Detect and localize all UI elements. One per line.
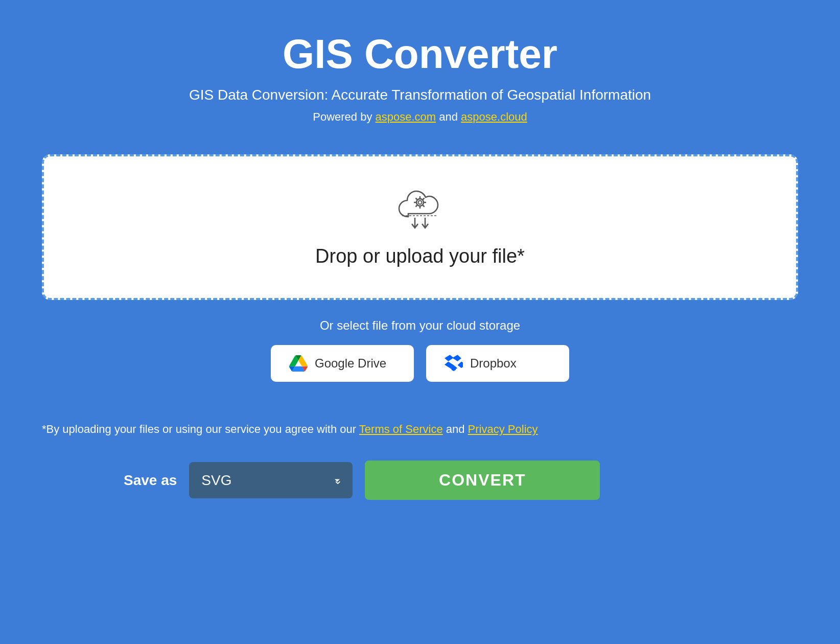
svg-line-8 (423, 198, 425, 200)
format-select-wrapper: SVG DXF GeoJSON GML KML SHP (189, 462, 353, 498)
google-drive-icon (289, 354, 308, 373)
google-drive-button[interactable]: Google Drive (271, 345, 414, 382)
terms-text: *By uploading your files or using our se… (42, 423, 798, 436)
drop-zone-text: Drop or upload your file* (315, 245, 525, 267)
cloud-storage-label: Or select file from your cloud storage (320, 318, 520, 333)
bottom-bar: Save as SVG DXF GeoJSON GML KML SHP CONV… (42, 461, 798, 500)
cloud-buttons: Google Drive Dropbox (271, 345, 569, 382)
save-as-label: Save as (124, 472, 177, 489)
svg-line-9 (416, 205, 417, 207)
dropbox-button[interactable]: Dropbox (426, 345, 569, 382)
svg-point-0 (416, 199, 424, 206)
dropbox-icon (445, 354, 463, 373)
aspose-com-link[interactable]: aspose.com (376, 110, 436, 123)
powered-by: Powered by aspose.com and aspose.cloud (313, 110, 527, 124)
terms-middle: and (443, 423, 468, 435)
terms-of-service-link[interactable]: Terms of Service (359, 423, 443, 435)
terms-prefix: *By uploading your files or using our se… (42, 423, 359, 435)
google-drive-label: Google Drive (315, 356, 386, 371)
svg-line-6 (416, 198, 417, 200)
powered-by-prefix: Powered by (313, 110, 375, 123)
powered-by-middle: and (436, 110, 461, 123)
aspose-cloud-link[interactable]: aspose.cloud (461, 110, 527, 123)
convert-button[interactable]: CONVERT (365, 461, 600, 500)
page-subtitle: GIS Data Conversion: Accurate Transforma… (189, 87, 651, 103)
page-title: GIS Converter (283, 31, 557, 78)
dropbox-label: Dropbox (470, 356, 517, 371)
drop-zone[interactable]: Drop or upload your file* (42, 154, 798, 300)
svg-point-1 (418, 201, 422, 204)
svg-line-7 (423, 205, 425, 207)
privacy-policy-link[interactable]: Privacy Policy (468, 423, 538, 435)
format-select[interactable]: SVG DXF GeoJSON GML KML SHP (189, 462, 353, 498)
upload-icon (397, 187, 443, 235)
